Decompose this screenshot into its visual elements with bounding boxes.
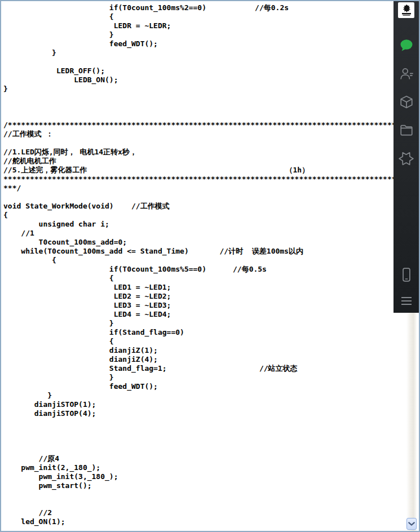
dock-item-folder[interactable] <box>394 116 419 144</box>
folder-icon <box>399 123 414 138</box>
dock-item-phone[interactable] <box>394 261 419 289</box>
app-dock-sidebar <box>394 1 419 313</box>
chat-bubble-icon <box>399 39 414 52</box>
menu-icon <box>400 295 413 307</box>
code-text[interactable]: if(T0count_100ms%2==0) //每0.2s { LEDR = … <box>2 2 420 526</box>
dock-item-contacts[interactable] <box>394 60 419 88</box>
code-editor[interactable]: if(T0count_100ms%2==0) //每0.2s { LEDR = … <box>2 2 420 532</box>
chevron-down-icon <box>408 522 415 526</box>
cube-icon <box>399 95 414 109</box>
avatar[interactable] <box>398 2 414 18</box>
phone-icon <box>399 267 414 283</box>
dock-item-cube[interactable] <box>394 88 419 116</box>
scroll-down-button[interactable] <box>406 518 417 530</box>
contacts-icon <box>399 66 414 81</box>
dock-item-hexagram[interactable] <box>394 144 419 172</box>
avatar-logo-icon <box>400 3 413 17</box>
vertical-scrollbar[interactable] <box>406 313 417 531</box>
dock-item-chat[interactable] <box>394 32 419 60</box>
hexagram-icon <box>399 151 414 166</box>
dock-item-menu[interactable] <box>394 289 419 313</box>
screenshot-root: { "colors": { "border": "#8fabc4", "edit… <box>0 0 420 532</box>
